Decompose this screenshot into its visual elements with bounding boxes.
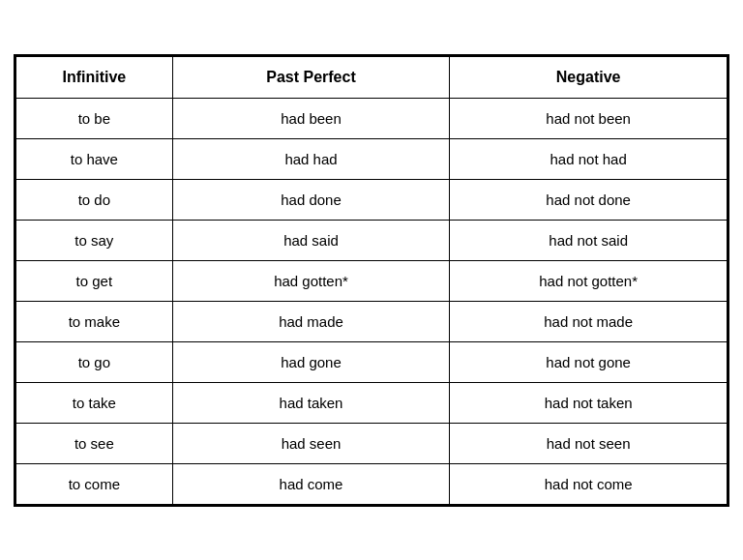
- cell-past-perfect: had gone: [172, 341, 450, 382]
- table-row: to sayhad saidhad not said: [16, 220, 728, 260]
- cell-infinitive: to go: [16, 341, 173, 382]
- cell-negative: had not done: [450, 179, 728, 220]
- cell-infinitive: to see: [16, 423, 173, 463]
- cell-past-perfect: had come: [172, 463, 450, 504]
- table-row: to behad beenhad not been: [16, 98, 728, 138]
- cell-negative: had not seen: [450, 423, 728, 463]
- cell-infinitive: to do: [16, 179, 173, 220]
- cell-past-perfect: had seen: [172, 423, 450, 463]
- header-infinitive: Infinitive: [16, 56, 173, 98]
- cell-past-perfect: had made: [172, 301, 450, 341]
- cell-past-perfect: had taken: [172, 382, 450, 423]
- cell-negative: had not taken: [450, 382, 728, 423]
- table-row: to takehad takenhad not taken: [16, 382, 728, 423]
- cell-infinitive: to be: [16, 98, 173, 138]
- grammar-table: Infinitive Past Perfect Negative to beha…: [15, 56, 728, 505]
- table-row: to makehad madehad not made: [16, 301, 728, 341]
- header-past-perfect: Past Perfect: [172, 56, 450, 98]
- cell-infinitive: to say: [16, 220, 173, 260]
- table-row: to havehad hadhad not had: [16, 138, 728, 179]
- cell-negative: had not said: [450, 220, 728, 260]
- cell-past-perfect: had said: [172, 220, 450, 260]
- cell-past-perfect: had done: [172, 179, 450, 220]
- cell-negative: had not made: [450, 301, 728, 341]
- table-row: to comehad comehad not come: [16, 463, 728, 504]
- cell-infinitive: to make: [16, 301, 173, 341]
- cell-infinitive: to come: [16, 463, 173, 504]
- cell-infinitive: to have: [16, 138, 173, 179]
- cell-past-perfect: had had: [172, 138, 450, 179]
- table-row: to gohad gonehad not gone: [16, 341, 728, 382]
- cell-negative: had not been: [450, 98, 728, 138]
- grammar-table-wrapper: Infinitive Past Perfect Negative to beha…: [14, 54, 729, 507]
- table-row: to gethad gotten*had not gotten*: [16, 260, 728, 301]
- table-header-row: Infinitive Past Perfect Negative: [16, 56, 728, 98]
- header-negative: Negative: [450, 56, 728, 98]
- cell-negative: had not come: [450, 463, 728, 504]
- cell-past-perfect: had been: [172, 98, 450, 138]
- cell-infinitive: to take: [16, 382, 173, 423]
- cell-past-perfect: had gotten*: [172, 260, 450, 301]
- cell-infinitive: to get: [16, 260, 173, 301]
- table-row: to dohad donehad not done: [16, 179, 728, 220]
- cell-negative: had not gotten*: [450, 260, 728, 301]
- cell-negative: had not had: [450, 138, 728, 179]
- cell-negative: had not gone: [450, 341, 728, 382]
- table-row: to seehad seenhad not seen: [16, 423, 728, 463]
